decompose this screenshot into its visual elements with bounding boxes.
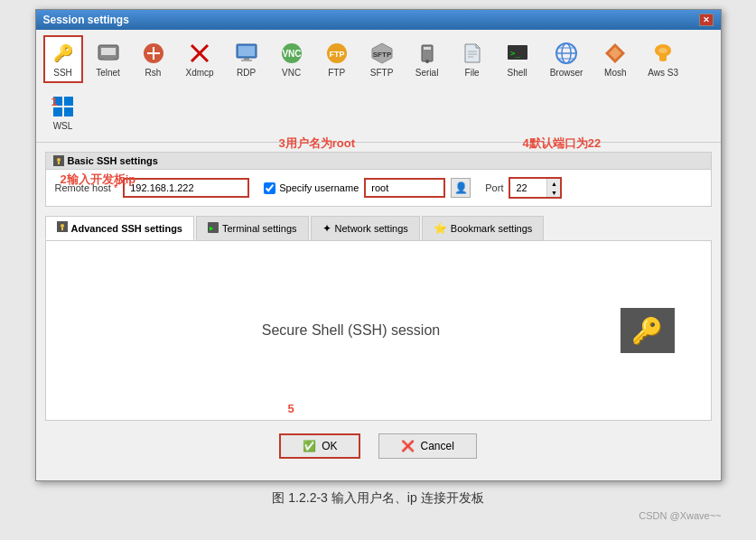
specify-username-label: Specify username bbox=[279, 182, 359, 193]
svg-rect-9 bbox=[238, 46, 255, 56]
ssh-session-text: Secure Shell (SSH) session bbox=[82, 322, 621, 339]
file-label: File bbox=[465, 68, 480, 78]
tool-file[interactable]: File bbox=[453, 35, 492, 83]
port-group: Port ▲ ▼ bbox=[485, 177, 562, 199]
sftp-icon: SFTP bbox=[369, 41, 395, 66]
specify-username-checkbox-label[interactable]: Specify username bbox=[264, 182, 359, 194]
svg-point-39 bbox=[57, 158, 61, 162]
tool-aws-s3[interactable]: Aws S3 bbox=[640, 35, 686, 83]
bookmark-tab-label: Bookmark settings bbox=[451, 223, 532, 234]
svg-rect-11 bbox=[241, 60, 252, 61]
tool-shell[interactable]: >_ Shell bbox=[498, 35, 537, 83]
terminal-tab-label: Terminal settings bbox=[222, 223, 297, 234]
wsl-label: WSL bbox=[53, 121, 73, 131]
sftp-label: SFTP bbox=[370, 68, 394, 78]
rdp-icon bbox=[234, 41, 259, 66]
figure-caption: 图 1.2.2-3 输入用户名、ip 连接开发板 bbox=[272, 490, 483, 507]
aws-s3-icon bbox=[650, 41, 676, 66]
port-label: Port bbox=[485, 182, 503, 193]
port-spinners: ▲ ▼ bbox=[546, 179, 560, 197]
tool-wsl[interactable]: WSL bbox=[43, 88, 83, 136]
annotation-2: 2输入开发板ip bbox=[61, 172, 136, 188]
tool-rsh[interactable]: Rsh bbox=[134, 35, 173, 83]
bottom-buttons: ✅ OK ❌ Cancel bbox=[45, 421, 712, 471]
csdn-watermark: CSDN @Xwave~~ bbox=[35, 510, 722, 521]
serial-label: Serial bbox=[415, 68, 439, 78]
user-icon-button[interactable]: 👤 bbox=[451, 178, 471, 198]
specify-username-group: Specify username 👤 bbox=[264, 178, 471, 198]
port-spinner-group: ▲ ▼ bbox=[509, 177, 562, 199]
tool-serial[interactable]: Serial bbox=[407, 35, 447, 83]
settings-tabs: Advanced SSH settings ▶ Terminal setting… bbox=[45, 216, 712, 240]
ok-icon: ✅ bbox=[303, 440, 316, 452]
tab-terminal[interactable]: ▶ Terminal settings bbox=[196, 216, 309, 240]
tool-ftp[interactable]: FTP FTP bbox=[317, 35, 357, 83]
cancel-button[interactable]: ❌ Cancel bbox=[378, 433, 476, 459]
specify-username-checkbox[interactable] bbox=[264, 182, 275, 194]
ssh-label: SSH bbox=[53, 68, 72, 78]
terminal-tab-icon: ▶ bbox=[208, 222, 219, 236]
mosh-label: Mosh bbox=[604, 68, 626, 78]
port-decrement-button[interactable]: ▼ bbox=[547, 188, 560, 197]
file-icon bbox=[460, 41, 485, 66]
browser-icon bbox=[554, 41, 579, 66]
window-title: Session settings bbox=[43, 14, 129, 26]
shell-icon: >_ bbox=[505, 41, 530, 66]
svg-point-33 bbox=[658, 48, 667, 53]
ftp-label: FTP bbox=[328, 68, 345, 78]
tab-network[interactable]: ✦ Network settings bbox=[311, 216, 420, 240]
port-input[interactable] bbox=[510, 180, 546, 196]
vnc-icon: VNC bbox=[279, 41, 304, 66]
svg-rect-1 bbox=[101, 48, 116, 55]
ok-button[interactable]: ✅ OK bbox=[279, 433, 360, 459]
tool-mosh[interactable]: Mosh bbox=[595, 35, 635, 83]
ok-label: OK bbox=[322, 440, 337, 452]
bookmark-tab-icon: ⭐ bbox=[434, 222, 447, 235]
svg-rect-43 bbox=[61, 228, 63, 230]
key-icon-box: 🔑 bbox=[621, 308, 675, 353]
xdmcp-label: Xdmcp bbox=[186, 68, 214, 78]
tool-xdmcp[interactable]: Xdmcp bbox=[179, 35, 221, 83]
annotation-4: 4默认端口为22 bbox=[523, 135, 602, 152]
username-input[interactable] bbox=[364, 178, 445, 198]
title-bar-buttons: ✕ bbox=[699, 14, 714, 26]
tab-content-area: Secure Shell (SSH) session 🔑 bbox=[45, 240, 712, 421]
tool-rdp[interactable]: RDP bbox=[227, 35, 266, 83]
basic-ssh-section-label: Basic SSH settings bbox=[68, 155, 158, 166]
telnet-label: Telnet bbox=[96, 68, 120, 78]
advanced-ssh-tab-icon bbox=[57, 221, 68, 235]
network-tab-icon: ✦ bbox=[322, 222, 331, 235]
tool-telnet[interactable]: Telnet bbox=[89, 35, 128, 83]
port-increment-button[interactable]: ▲ bbox=[547, 179, 560, 188]
annotation-3: 3用户名为root bbox=[279, 135, 356, 152]
close-button[interactable]: ✕ bbox=[699, 14, 714, 26]
svg-rect-36 bbox=[53, 107, 62, 116]
tab-advanced-ssh[interactable]: Advanced SSH settings bbox=[45, 216, 194, 240]
svg-text:FTP: FTP bbox=[329, 50, 344, 59]
network-tab-label: Network settings bbox=[335, 223, 408, 234]
svg-point-42 bbox=[61, 224, 64, 228]
xdmcp-icon bbox=[187, 41, 212, 66]
tool-sftp[interactable]: SFTP SFTP bbox=[362, 35, 402, 83]
remote-host-input[interactable] bbox=[123, 178, 249, 198]
serial-icon bbox=[415, 41, 440, 66]
content-area: Basic SSH settings Remote host * bbox=[36, 143, 721, 480]
annotation-1: 1 bbox=[51, 95, 58, 108]
cancel-icon: ❌ bbox=[401, 440, 415, 452]
svg-point-19 bbox=[425, 60, 429, 63]
tool-browser[interactable]: Browser bbox=[543, 35, 591, 83]
session-settings-window: Session settings ✕ 🔑 SSH Telnet bbox=[35, 9, 722, 481]
basic-ssh-settings-box: Basic SSH settings Remote host * bbox=[45, 152, 712, 207]
cancel-label: Cancel bbox=[420, 440, 453, 452]
telnet-icon bbox=[96, 41, 121, 66]
tool-ssh[interactable]: 🔑 SSH bbox=[43, 35, 83, 83]
rsh-icon bbox=[141, 41, 166, 66]
rsh-label: Rsh bbox=[145, 68, 162, 78]
svg-text:>_: >_ bbox=[510, 49, 520, 58]
tool-vnc[interactable]: VNC VNC bbox=[272, 35, 312, 83]
tab-bookmark[interactable]: ⭐ Bookmark settings bbox=[422, 216, 544, 240]
basic-ssh-settings-header: Basic SSH settings bbox=[46, 153, 711, 170]
annotation-5: 5 bbox=[288, 402, 294, 415]
title-bar: Session settings ✕ bbox=[36, 10, 721, 30]
svg-rect-37 bbox=[64, 107, 73, 116]
